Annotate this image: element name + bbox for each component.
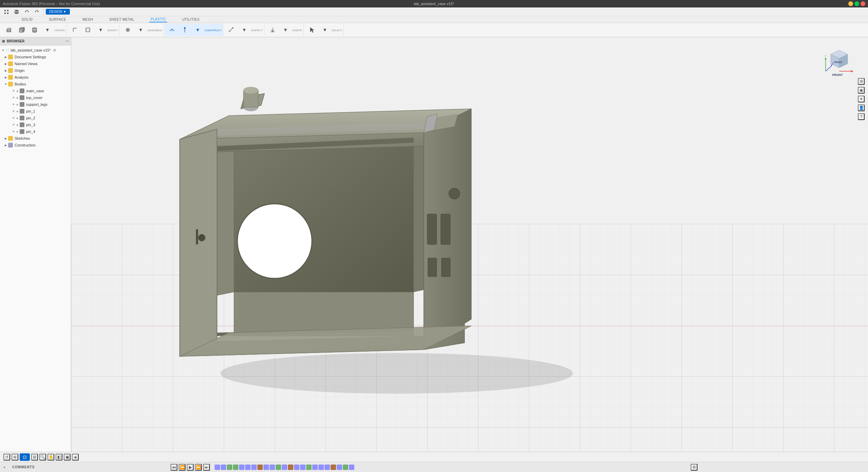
construct-more-button[interactable]: ▼ [192, 24, 204, 35]
tree-named-views[interactable]: ▶ Named Views [0, 60, 71, 67]
construct-plane-button[interactable] [166, 24, 178, 35]
viewport[interactable]: FRONT X Y Z FRONT ⚙ ◉ ✦ 👤 ? [71, 37, 868, 452]
visibility-eye-cover[interactable]: 👁 [12, 96, 15, 99]
create-extrude-button[interactable] [3, 24, 15, 35]
browser-options-button[interactable]: ⋯ [65, 39, 69, 43]
timeline-item-23[interactable] [349, 465, 354, 470]
window-controls[interactable] [848, 1, 865, 6]
timeline-item-18[interactable] [318, 465, 324, 470]
timeline-item-19[interactable] [324, 465, 330, 470]
timeline-item-8[interactable] [257, 465, 263, 470]
timeline-item-9[interactable] [263, 465, 269, 470]
timeline-end-button[interactable]: ⏭ [203, 464, 210, 471]
app-menu-button[interactable] [2, 9, 11, 15]
display-button[interactable]: ◉ [858, 87, 865, 94]
tree-doc-settings[interactable]: ▶ Document Settings [0, 54, 71, 60]
zoom-in-button[interactable]: 🔍 [39, 454, 46, 460]
visibility-eye-pin3[interactable]: 👁 [12, 123, 15, 126]
timeline-prev-button[interactable]: ⏪ [179, 464, 185, 471]
zoom-fit-button[interactable]: ⊞ [31, 454, 38, 460]
minimize-button[interactable] [848, 1, 853, 6]
timeline-item-10[interactable] [270, 465, 275, 470]
visibility-eye-main[interactable]: 👁 [12, 90, 15, 93]
settings-button[interactable]: ⚙ [858, 78, 865, 85]
tree-pin-1[interactable]: 👁 ◈ pin_1 [0, 108, 71, 115]
timeline-item-5[interactable] [239, 465, 244, 470]
timeline-item-2[interactable] [221, 465, 226, 470]
assemble-more-button[interactable]: ▼ [135, 24, 147, 35]
tree-bodies[interactable]: ▼ Bodies [0, 81, 71, 87]
tree-root[interactable]: ▼ 📄 lab_assistant_case v15* ⚙ [0, 47, 71, 54]
tree-pin-4[interactable]: 👁 ◈ pin_4 [0, 128, 71, 135]
view-cube[interactable]: FRONT X Y Z FRONT [824, 44, 851, 71]
tree-support-legs[interactable]: 👁 ◈ support_legs [0, 101, 71, 108]
maximize-button[interactable] [854, 1, 859, 6]
tree-analysis[interactable]: ▶ Analysis [0, 74, 71, 81]
modify-shell-button[interactable] [82, 24, 94, 35]
design-mode-button[interactable]: DESIGN ▼ [46, 9, 70, 15]
help-button[interactable]: ? [858, 113, 865, 120]
root-options[interactable]: ⚙ [53, 48, 56, 53]
tab-surface[interactable]: SURFACE [48, 17, 68, 22]
timeline-item-14[interactable] [294, 465, 299, 470]
select-button[interactable] [306, 24, 318, 35]
select-more-button[interactable]: ▼ [319, 24, 331, 35]
pan-button[interactable]: ✋ [47, 454, 54, 460]
timeline-settings-button[interactable]: ⚙ [691, 464, 697, 471]
effects-button[interactable]: ✦ [858, 96, 865, 102]
tree-construction[interactable]: ▶ Construction [0, 142, 71, 149]
visibility-eye-legs[interactable]: 👁 [12, 103, 15, 106]
nav-button[interactable]: ↺ [3, 454, 10, 460]
orbit-button[interactable]: ⊕ [12, 454, 18, 460]
tab-plastic[interactable]: PLASTIC [149, 17, 167, 22]
timeline-item-16[interactable] [306, 465, 312, 470]
timeline-item-4[interactable] [233, 465, 238, 470]
assemble-joint-button[interactable] [122, 24, 134, 35]
timeline-item-15[interactable] [300, 465, 305, 470]
create-box-button[interactable] [16, 24, 28, 35]
visibility-eye-pin1[interactable]: 👁 [12, 110, 15, 113]
tab-solid[interactable]: SOLID [20, 17, 34, 22]
inspect-more-button[interactable]: ▼ [238, 24, 250, 35]
undo-button[interactable] [22, 9, 31, 15]
close-button[interactable] [861, 1, 865, 6]
modify-fillet-button[interactable] [69, 24, 81, 35]
active-nav-button[interactable]: ⊡ [20, 453, 30, 461]
tree-pin-3[interactable]: 👁 ◈ pin_3 [0, 121, 71, 128]
timeline-item-20[interactable] [331, 465, 336, 470]
construct-axis-button[interactable] [179, 24, 191, 35]
tab-sheetmetal[interactable]: SHEET METAL [108, 17, 136, 22]
visual-style-button[interactable]: ◈ [72, 454, 79, 460]
create-more-button[interactable]: ▼ [41, 24, 54, 35]
insert-more-button[interactable]: ▼ [279, 24, 292, 35]
timeline-item-6[interactable] [245, 465, 251, 470]
user-button[interactable]: 👤 [858, 104, 865, 111]
timeline-item-1[interactable] [215, 465, 220, 470]
visibility-eye-pin2[interactable]: 👁 [12, 117, 15, 120]
timeline-item-11[interactable] [276, 465, 281, 470]
insert-button[interactable] [267, 24, 279, 35]
timeline-start-button[interactable]: ⏮ [171, 464, 177, 471]
timeline-item-3[interactable] [227, 465, 232, 470]
tree-origin[interactable]: ▶ Origin [0, 67, 71, 74]
redo-button[interactable] [33, 9, 41, 15]
timeline-play-button[interactable]: ▶ [187, 464, 194, 471]
view-options-button[interactable]: ◧ [56, 454, 62, 460]
display-mode-button[interactable]: ▣ [64, 454, 71, 460]
tree-top-cover[interactable]: 👁 ◈ top_cover [0, 94, 71, 101]
tab-mesh[interactable]: MESH [81, 17, 94, 22]
timeline-item-12[interactable] [282, 465, 287, 470]
tree-pin-2[interactable]: 👁 ◈ pin_2 [0, 115, 71, 121]
timeline-item-7[interactable] [251, 465, 257, 470]
create-cylinder-button[interactable] [28, 24, 41, 35]
tree-main-case[interactable]: 👁 ◈ main_case [0, 87, 71, 94]
timeline-item-21[interactable] [337, 465, 342, 470]
timeline-next-button[interactable]: ⏩ [195, 464, 202, 471]
visibility-eye-pin4[interactable]: 👁 [12, 130, 15, 133]
modify-more-button[interactable]: ▼ [95, 24, 107, 35]
save-button[interactable] [12, 9, 21, 15]
inspect-measure-button[interactable] [225, 24, 237, 35]
timeline-item-22[interactable] [343, 465, 348, 470]
timeline-item-17[interactable] [312, 465, 318, 470]
tree-sketches[interactable]: ▶ Sketches [0, 135, 71, 142]
